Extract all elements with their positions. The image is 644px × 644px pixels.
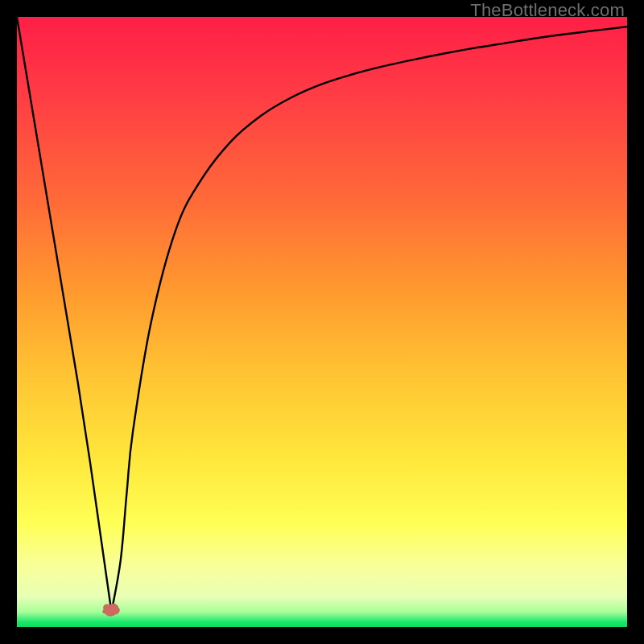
bottleneck-curve (17, 17, 627, 627)
optimal-marker (99, 598, 123, 617)
plot-frame (17, 17, 627, 627)
watermark-text: TheBottleneck.com (470, 0, 625, 21)
